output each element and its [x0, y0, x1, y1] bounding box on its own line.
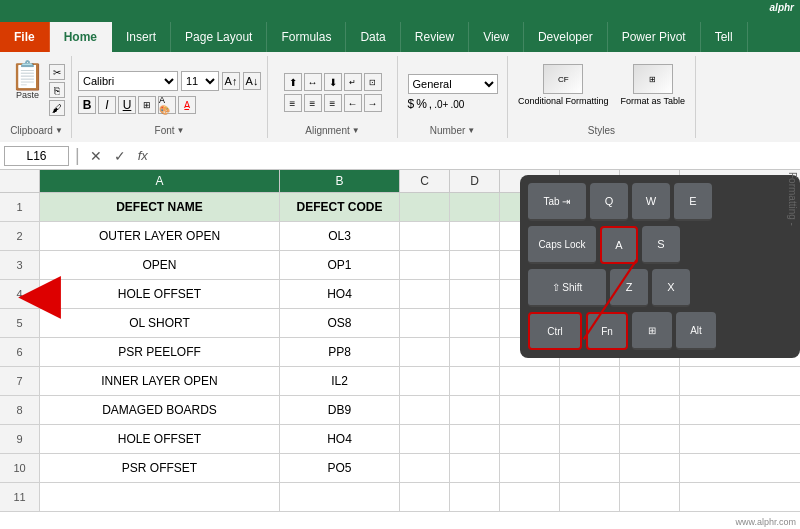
format-as-table-button[interactable]: ⊞ Format as Table: [617, 60, 689, 110]
cell-c1[interactable]: [400, 193, 450, 221]
capslock-key[interactable]: Caps Lock: [528, 226, 596, 264]
cell-a8[interactable]: DAMAGED BOARDS: [40, 396, 280, 424]
currency-button[interactable]: $: [408, 97, 415, 111]
cell-a7[interactable]: INNER LAYER OPEN: [40, 367, 280, 395]
cell-c2[interactable]: [400, 222, 450, 250]
cell-a9[interactable]: HOLE OFFSET: [40, 425, 280, 453]
cell-c8[interactable]: [400, 396, 450, 424]
cell-f7[interactable]: [560, 367, 620, 395]
cell-c10[interactable]: [400, 454, 450, 482]
cell-a5[interactable]: OL SHORT: [40, 309, 280, 337]
cell-d10[interactable]: [450, 454, 500, 482]
wrap-text-button[interactable]: ↵: [344, 73, 362, 91]
cell-g11[interactable]: [620, 483, 680, 511]
cell-a6[interactable]: PSR PEELOFF: [40, 338, 280, 366]
cell-f11[interactable]: [560, 483, 620, 511]
ribbon-tab-data[interactable]: Data: [346, 22, 400, 52]
indent-less-button[interactable]: ←: [344, 94, 362, 112]
s-key[interactable]: S: [642, 226, 680, 264]
cell-a4[interactable]: HOLE OFFSET: [40, 280, 280, 308]
ctrl-key[interactable]: Ctrl: [528, 312, 582, 350]
shift-key[interactable]: ⇧ Shift: [528, 269, 606, 307]
alt-key[interactable]: Alt: [676, 312, 716, 350]
cell-b6[interactable]: PP8: [280, 338, 400, 366]
confirm-formula-button[interactable]: ✓: [110, 148, 130, 164]
cell-b5[interactable]: OS8: [280, 309, 400, 337]
ribbon-tab-insert[interactable]: Insert: [112, 22, 171, 52]
format-painter-button[interactable]: 🖌: [49, 100, 65, 116]
paste-button[interactable]: 📋 Paste: [8, 60, 47, 102]
font-shrink-button[interactable]: A↓: [243, 72, 261, 90]
a-key[interactable]: A: [600, 226, 638, 264]
cell-b4[interactable]: HO4: [280, 280, 400, 308]
align-right-button[interactable]: ≡: [324, 94, 342, 112]
tab-key[interactable]: Tab ⇥: [528, 183, 586, 221]
merge-button[interactable]: ⊡: [364, 73, 382, 91]
fill-color-button[interactable]: A🎨: [158, 96, 176, 114]
formula-input[interactable]: [156, 146, 796, 166]
w-key[interactable]: W: [632, 183, 670, 221]
e-key[interactable]: E: [674, 183, 712, 221]
cell-f8[interactable]: [560, 396, 620, 424]
ribbon-tab-home[interactable]: Home: [50, 22, 112, 52]
cell-d6[interactable]: [450, 338, 500, 366]
cell-c7[interactable]: [400, 367, 450, 395]
cell-d9[interactable]: [450, 425, 500, 453]
cell-b3[interactable]: OP1: [280, 251, 400, 279]
cell-a11[interactable]: [40, 483, 280, 511]
cell-d7[interactable]: [450, 367, 500, 395]
border-button[interactable]: ⊞: [138, 96, 156, 114]
col-header-b[interactable]: B: [280, 170, 400, 192]
fn-key[interactable]: Fn: [586, 312, 628, 350]
cell-d1[interactable]: [450, 193, 500, 221]
x-key[interactable]: X: [652, 269, 690, 307]
cell-e11[interactable]: [500, 483, 560, 511]
decimal-increase-button[interactable]: .0+: [434, 99, 448, 110]
conditional-formatting-button[interactable]: CF Conditional Formatting: [514, 60, 613, 110]
z-key[interactable]: Z: [610, 269, 648, 307]
cell-e7[interactable]: [500, 367, 560, 395]
col-header-d[interactable]: D: [450, 170, 500, 192]
cell-a10[interactable]: PSR OFFSET: [40, 454, 280, 482]
cell-a1[interactable]: DEFECT NAME: [40, 193, 280, 221]
cell-d5[interactable]: [450, 309, 500, 337]
cell-g7[interactable]: [620, 367, 680, 395]
cell-e10[interactable]: [500, 454, 560, 482]
cell-f10[interactable]: [560, 454, 620, 482]
cell-b10[interactable]: PO5: [280, 454, 400, 482]
cell-d8[interactable]: [450, 396, 500, 424]
number-format-select[interactable]: General: [408, 74, 498, 94]
comma-button[interactable]: ,: [429, 97, 432, 111]
cell-c6[interactable]: [400, 338, 450, 366]
cut-button[interactable]: ✂: [49, 64, 65, 80]
cell-b7[interactable]: IL2: [280, 367, 400, 395]
decimal-decrease-button[interactable]: .00: [450, 99, 464, 110]
ribbon-tab-tell[interactable]: Tell: [701, 22, 748, 52]
ribbon-tab-view[interactable]: View: [469, 22, 524, 52]
cell-b1[interactable]: DEFECT CODE: [280, 193, 400, 221]
indent-more-button[interactable]: →: [364, 94, 382, 112]
cell-d3[interactable]: [450, 251, 500, 279]
underline-button[interactable]: U: [118, 96, 136, 114]
win-key[interactable]: ⊞: [632, 312, 672, 350]
align-bottom-button[interactable]: ⬇: [324, 73, 342, 91]
font-color-button[interactable]: A̲: [178, 96, 196, 114]
cell-d11[interactable]: [450, 483, 500, 511]
font-size-select[interactable]: 11: [181, 71, 219, 91]
cell-c11[interactable]: [400, 483, 450, 511]
cell-c4[interactable]: [400, 280, 450, 308]
cancel-formula-button[interactable]: ✕: [86, 148, 106, 164]
cell-b9[interactable]: HO4: [280, 425, 400, 453]
ribbon-tab-power-pivot[interactable]: Power Pivot: [608, 22, 701, 52]
bold-button[interactable]: B: [78, 96, 96, 114]
cell-b11[interactable]: [280, 483, 400, 511]
copy-button[interactable]: ⎘: [49, 82, 65, 98]
cell-e9[interactable]: [500, 425, 560, 453]
cell-b8[interactable]: DB9: [280, 396, 400, 424]
align-middle-button[interactable]: ↔: [304, 73, 322, 91]
col-header-c[interactable]: C: [400, 170, 450, 192]
align-top-button[interactable]: ⬆: [284, 73, 302, 91]
ribbon-tab-review[interactable]: Review: [401, 22, 469, 52]
align-left-button[interactable]: ≡: [284, 94, 302, 112]
cell-g8[interactable]: [620, 396, 680, 424]
